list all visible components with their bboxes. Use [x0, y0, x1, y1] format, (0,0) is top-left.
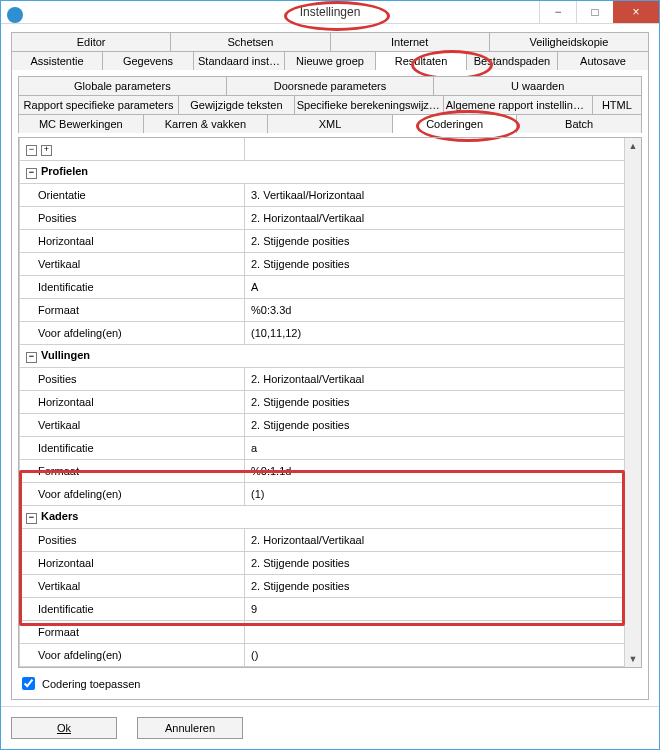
property-value[interactable]: 2. Horizontaal/Vertikaal: [245, 207, 625, 230]
property-value[interactable]: a: [245, 437, 625, 460]
property-value[interactable]: 3. Vertikaal/Horizontaal: [245, 184, 625, 207]
group-header: Vullingen: [41, 349, 90, 361]
property-value[interactable]: (10,11,12): [245, 322, 625, 345]
group-toggle-icon[interactable]: −: [26, 168, 37, 179]
property-value[interactable]: %0:1.1d: [245, 460, 625, 483]
property-value[interactable]: 2. Stijgende posities: [245, 552, 625, 575]
property-name: Formaat: [20, 460, 245, 483]
scroll-up-icon[interactable]: ▲: [625, 138, 641, 154]
property-value[interactable]: 2. Horizontaal/Vertikaal: [245, 529, 625, 552]
tab-bestandspaden[interactable]: Bestandspaden: [467, 51, 558, 70]
property-value[interactable]: 2. Stijgende posities: [245, 575, 625, 598]
tab-veiligheidskopie[interactable]: Veiligheidskopie: [490, 32, 649, 51]
table-row[interactable]: Posities2. Horizontaal/Vertikaal: [20, 368, 625, 391]
table-row[interactable]: Formaat%0:3.3d: [20, 299, 625, 322]
group-toggle-icon[interactable]: −: [26, 513, 37, 524]
property-name: Posities: [20, 529, 245, 552]
tab-mc-bewerkingen[interactable]: MC Bewerkingen: [18, 114, 144, 133]
table-row[interactable]: Posities2. Horizontaal/Vertikaal: [20, 529, 625, 552]
group-toggle-icon[interactable]: −: [26, 352, 37, 363]
table-row[interactable]: Formaat: [20, 621, 625, 644]
tab-specifieke-berekeningswijzen[interactable]: Specifieke berekeningswijzen: [295, 95, 444, 114]
client-area: Editor Schetsen Internet Veiligheidskopi…: [1, 24, 659, 706]
tab-nieuwe-groep[interactable]: Nieuwe groep: [285, 51, 376, 70]
table-row[interactable]: Identificatie9: [20, 598, 625, 621]
property-name: Voor afdeling(en): [20, 322, 245, 345]
property-value[interactable]: 2. Stijgende posities: [245, 253, 625, 276]
table-row[interactable]: Voor afdeling(en)(10,11,12): [20, 322, 625, 345]
property-name: Horizontaal: [20, 552, 245, 575]
table-row[interactable]: Formaat%0:1.1d: [20, 460, 625, 483]
table-row[interactable]: Voor afdeling(en)(): [20, 644, 625, 667]
property-name: Voor afdeling(en): [20, 644, 245, 667]
minimize-button[interactable]: −: [539, 1, 576, 23]
apply-coding-checkbox[interactable]: [22, 677, 35, 690]
tab-globale-parameters[interactable]: Globale parameters: [18, 76, 227, 95]
property-value[interactable]: 2. Horizontaal/Vertikaal: [245, 368, 625, 391]
expand-all-icon[interactable]: +: [41, 145, 52, 156]
vertical-scrollbar[interactable]: ▲ ▼: [624, 138, 641, 667]
tab-standaard-instellingen[interactable]: Standaard instellingen: [194, 51, 285, 70]
property-value[interactable]: 2. Stijgende posities: [245, 230, 625, 253]
property-name: Horizontaal: [20, 230, 245, 253]
collapse-all-icon[interactable]: −: [26, 145, 37, 156]
cancel-button[interactable]: Annuleren: [137, 717, 243, 739]
property-value[interactable]: 2. Stijgende posities: [245, 414, 625, 437]
property-name: Identificatie: [20, 276, 245, 299]
tab-row-5: MC Bewerkingen Karren & vakken XML Coder…: [18, 114, 642, 133]
property-value[interactable]: %0:3.3d: [245, 299, 625, 322]
property-value[interactable]: [245, 621, 625, 644]
group-header: Profielen: [41, 165, 88, 177]
table-row[interactable]: Horizontaal2. Stijgende posities: [20, 552, 625, 575]
property-value[interactable]: A: [245, 276, 625, 299]
ok-button[interactable]: Ok: [11, 717, 117, 739]
tab-editor[interactable]: Editor: [11, 32, 171, 51]
tab-autosave[interactable]: Autosave: [558, 51, 649, 70]
tab-coderingen[interactable]: Coderingen: [393, 114, 518, 133]
tab-row-3: Globale parameters Doorsnede parameters …: [18, 76, 642, 95]
property-name: Posities: [20, 368, 245, 391]
property-value[interactable]: 2. Stijgende posities: [245, 391, 625, 414]
table-row[interactable]: Horizontaal2. Stijgende posities: [20, 230, 625, 253]
apply-coding-label[interactable]: Codering toepassen: [42, 678, 140, 690]
property-grid: −+−ProfielenOrientatie3. Vertikaal/Horiz…: [19, 138, 625, 667]
tab-resultaten[interactable]: Resultaten: [376, 51, 467, 70]
tab-assistentie[interactable]: Assistentie: [11, 51, 103, 70]
tab-schetsen[interactable]: Schetsen: [171, 32, 330, 51]
tab-batch[interactable]: Batch: [517, 114, 642, 133]
scroll-down-icon[interactable]: ▼: [625, 651, 641, 667]
table-row[interactable]: Horizontaal2. Stijgende posities: [20, 391, 625, 414]
tab-algemene-rapport-instellingen[interactable]: Algemene rapport instellingen: [444, 95, 593, 114]
tab-karren-vakken[interactable]: Karren & vakken: [144, 114, 269, 133]
property-name: Vertikaal: [20, 253, 245, 276]
tab-internet[interactable]: Internet: [331, 32, 490, 51]
property-name: Identificatie: [20, 598, 245, 621]
table-row[interactable]: Orientatie3. Vertikaal/Horizontaal: [20, 184, 625, 207]
tab-rapport-specifieke-parameters[interactable]: Rapport specifieke parameters: [18, 95, 179, 114]
tab-u-waarden[interactable]: U waarden: [434, 76, 642, 95]
table-row[interactable]: Posities2. Horizontaal/Vertikaal: [20, 207, 625, 230]
table-row[interactable]: Identificatiea: [20, 437, 625, 460]
property-name: Orientatie: [20, 184, 245, 207]
tab-doorsnede-parameters[interactable]: Doorsnede parameters: [227, 76, 435, 95]
window-title: Instellingen: [300, 5, 361, 19]
window-buttons: − □ ×: [539, 1, 659, 23]
tab-gegevens[interactable]: Gegevens: [103, 51, 194, 70]
ok-label: Ok: [57, 722, 71, 734]
property-value[interactable]: (): [245, 644, 625, 667]
tab-html[interactable]: HTML: [593, 95, 642, 114]
tab-xml[interactable]: XML: [268, 114, 393, 133]
tab-gewijzigde-teksten[interactable]: Gewijzigde teksten: [179, 95, 295, 114]
table-row[interactable]: Vertikaal2. Stijgende posities: [20, 414, 625, 437]
apply-coding-row: Codering toepassen: [18, 674, 642, 693]
maximize-button[interactable]: □: [576, 1, 613, 23]
table-row[interactable]: Voor afdeling(en)(1): [20, 483, 625, 506]
close-button[interactable]: ×: [613, 1, 659, 23]
property-value[interactable]: (1): [245, 483, 625, 506]
table-row[interactable]: Vertikaal2. Stijgende posities: [20, 253, 625, 276]
property-name: Formaat: [20, 299, 245, 322]
property-value[interactable]: 9: [245, 598, 625, 621]
property-name: Posities: [20, 207, 245, 230]
table-row[interactable]: IdentificatieA: [20, 276, 625, 299]
table-row[interactable]: Vertikaal2. Stijgende posities: [20, 575, 625, 598]
